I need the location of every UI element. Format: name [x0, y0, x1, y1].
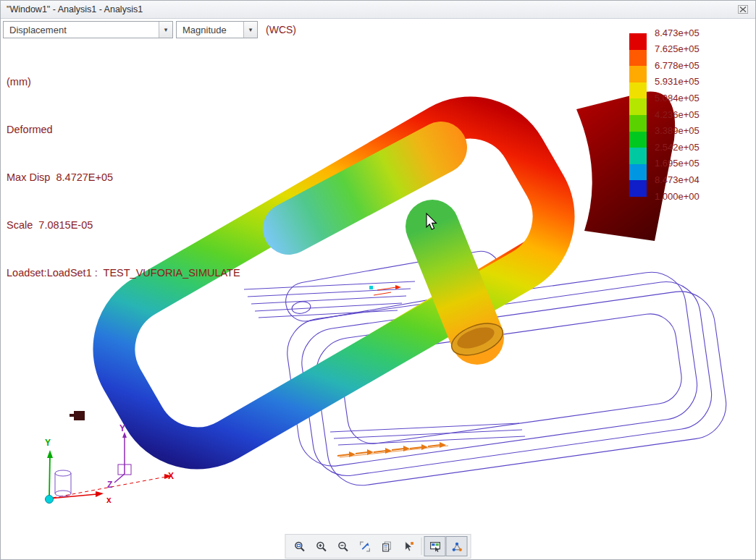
zoom-in-icon [315, 540, 327, 553]
copy-image-icon [380, 540, 392, 553]
result-toolbar: Displacement ▾ Magnitude ▾ (WCS) [3, 21, 296, 38]
zoom-in-button[interactable] [311, 536, 332, 556]
legend-color-segment [629, 164, 647, 181]
legend-value: 5.931e+05 [655, 74, 700, 90]
zoom-window-icon [293, 540, 306, 553]
legend-color-segment [629, 115, 647, 132]
wcs-z-label: Z [107, 480, 112, 490]
legend-color-segment [629, 98, 647, 115]
legend-labels: 8.473e+05 7.625e+05 6.778e+05 5.931e+05 … [655, 25, 700, 205]
result-info: (mm) Deformed Max Disp 8.4727E+05 Scale … [7, 42, 240, 313]
zoom-out-icon [337, 540, 349, 553]
component-dropdown[interactable]: Magnitude ▾ [176, 21, 258, 38]
entity-display-icon [450, 540, 463, 553]
deformed-label: Deformed [7, 122, 240, 137]
max-disp-label: Max Disp 8.4727E+05 [7, 169, 240, 185]
query-pointer-icon [402, 540, 414, 553]
title-bar[interactable]: "Window1" - Analysis1 - Analysis1 [1, 1, 755, 19]
view-toolbar [285, 534, 471, 559]
result-window: Y x Y Z X [0, 0, 756, 560]
legend-value: 1.695e+05 [655, 156, 700, 172]
clamp-symbol [70, 411, 85, 420]
quantity-dropdown[interactable]: Displacement ▾ [3, 21, 173, 38]
legend-color-segment [629, 180, 647, 197]
window-title: "Window1" - Analysis1 - Analysis1 [7, 4, 736, 14]
legend-color-segment [629, 50, 647, 67]
toolbar-separator [421, 538, 422, 555]
legend-value: 5.084e+05 [655, 90, 700, 107]
units-label: (mm) [7, 74, 240, 90]
zoom-out-button[interactable] [332, 536, 354, 556]
chevron-down-icon[interactable]: ▾ [159, 22, 172, 38]
legend-value: 1.000e+00 [655, 189, 700, 205]
y-axis-label: Y [45, 438, 51, 448]
wcs-x-label: X [168, 471, 174, 481]
legend-value: 8.473e+05 [655, 25, 700, 42]
legend-colorbar [629, 33, 647, 197]
scale-label: Scale 7.0815E-05 [7, 217, 240, 233]
x-axis-label: x [106, 495, 112, 505]
wcs-y-label: Y [119, 423, 125, 433]
display-options-icon [429, 540, 441, 553]
refit-button[interactable] [354, 536, 376, 556]
legend-color-segment [629, 132, 647, 148]
entity-display-button[interactable] [446, 536, 468, 556]
refit-icon [358, 540, 371, 553]
copy-image-button[interactable] [376, 536, 398, 556]
legend-color-segment [629, 148, 647, 164]
legend-value: 7.625e+05 [655, 41, 700, 58]
legend-value: 6.778e+05 [655, 58, 700, 75]
csys-label: (WCS) [266, 24, 296, 35]
legend-value: 2.542e+05 [655, 140, 700, 156]
legend-value: 4.236e+05 [655, 107, 700, 124]
legend-color-segment [629, 33, 647, 50]
close-window-icon[interactable] [736, 4, 749, 15]
legend-color-segment [629, 66, 647, 82]
legend-color-segment [629, 82, 647, 99]
quantity-value: Displacement [4, 22, 159, 38]
legend-value: 3.389e+05 [655, 123, 700, 140]
chevron-down-icon[interactable]: ▾ [243, 22, 257, 38]
legend-value: 8.473e+04 [655, 172, 700, 189]
component-value: Magnitude [177, 22, 243, 38]
loadset-label: Loadset:LoadSet1 : TEST_VUFORIA_SIMULATE [7, 265, 240, 281]
zoom-window-button[interactable] [289, 536, 311, 556]
display-options-button[interactable] [424, 536, 446, 556]
query-pointer-button[interactable] [398, 536, 419, 556]
